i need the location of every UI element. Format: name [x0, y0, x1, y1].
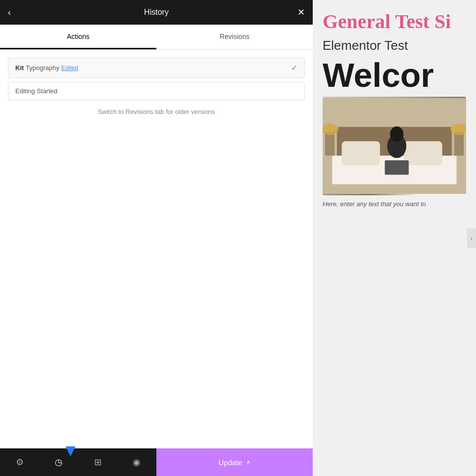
update-button[interactable]: Update ∧ [156, 448, 313, 476]
editing-started-label: Editing Started [15, 87, 57, 95]
welcome-heading: Welcor [323, 58, 466, 92]
site-subtitle: Elementor Test [323, 38, 466, 53]
pages-icon-button[interactable]: ⊞ [78, 448, 117, 476]
history-item-kit[interactable]: Kit Typography Edited ✓ [8, 58, 305, 78]
site-title: General Test Si [323, 10, 466, 33]
toolbar-icons: ⚙ ◷ ⊞ ◉ [0, 448, 156, 476]
left-panel: ‹ History ✕ Actions Revisions Kit Typogr… [0, 0, 313, 476]
bedroom-svg [323, 97, 466, 195]
update-label: Update [219, 458, 242, 467]
svg-rect-7 [385, 160, 409, 175]
item-link[interactable]: Edited [61, 65, 78, 72]
item-sub: Typography [26, 64, 59, 72]
panel-title: History [144, 8, 169, 17]
svg-rect-10 [454, 132, 464, 156]
svg-point-6 [390, 126, 403, 142]
body-text: Here, enter any text that you want to [323, 200, 466, 208]
right-panel: General Test Si Elementor Test Welcor [313, 0, 476, 476]
close-button[interactable]: ✕ [297, 8, 305, 17]
history-icon-button[interactable]: ◷ [39, 448, 78, 476]
history-item-editing-started[interactable]: Editing Started [8, 82, 305, 100]
checkmark-icon: ✓ [291, 63, 297, 73]
svg-rect-3 [342, 141, 380, 165]
bottom-toolbar: ⚙ ◷ ⊞ ◉ Update ∧ [0, 448, 313, 476]
svg-rect-4 [404, 141, 442, 165]
item-label: Kit [15, 64, 24, 72]
tab-actions[interactable]: Actions [0, 25, 156, 49]
preview-icon-button[interactable]: ◉ [117, 448, 156, 476]
settings-icon-button[interactable]: ⚙ [0, 448, 39, 476]
switch-to-revisions-text: Switch to Revisions tab for older versio… [8, 108, 305, 115]
preview-content: General Test Si Elementor Test Welcor [313, 0, 476, 208]
panel-header: ‹ History ✕ [0, 0, 313, 25]
collapse-panel-button[interactable]: ‹ [467, 228, 476, 248]
svg-rect-8 [325, 132, 334, 156]
tabs-bar: Actions Revisions [0, 25, 313, 50]
back-button[interactable]: ‹ [8, 8, 11, 17]
tab-revisions[interactable]: Revisions [156, 25, 313, 49]
update-chevron-icon: ∧ [246, 459, 251, 466]
bedroom-image [323, 97, 466, 195]
history-content: Kit Typography Edited ✓ Editing Started … [0, 50, 313, 448]
